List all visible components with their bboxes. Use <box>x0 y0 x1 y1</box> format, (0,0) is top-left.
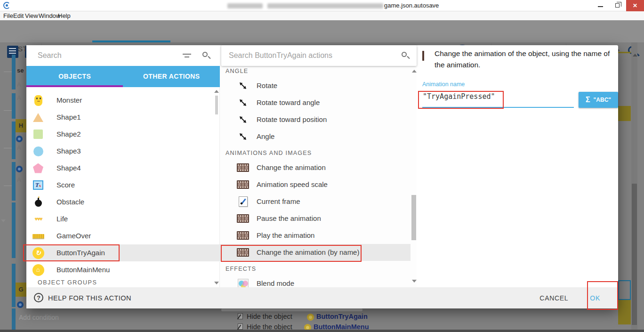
rotate-arrow-icon <box>237 97 249 109</box>
filter-icon[interactable] <box>183 54 191 55</box>
object-label: ButtonMainMenu <box>56 266 110 274</box>
action-label: Change the animation <box>257 163 326 171</box>
annotation-box-ok <box>587 281 618 310</box>
menu-help[interactable]: Help <box>58 12 71 19</box>
object-label: Life <box>56 215 68 223</box>
object-search-input[interactable] <box>38 49 174 62</box>
event-indent-bar <box>12 121 16 159</box>
action-row-current-frame[interactable]: Current frame <box>220 193 411 210</box>
actions-scrollbar-thumb[interactable] <box>411 195 416 240</box>
action-description: Change the animation of the object, usin… <box>435 48 612 71</box>
event-text-fragment: A <box>17 94 21 101</box>
action-label: Current frame <box>257 197 300 205</box>
scroll-down-icon[interactable] <box>412 280 417 283</box>
condition-icon <box>17 301 24 308</box>
object-row-monster[interactable]: Monster <box>26 92 213 109</box>
action-label: Rotate toward angle <box>257 98 320 106</box>
frame-icon <box>237 195 249 208</box>
object-label: Obstacle <box>56 198 84 206</box>
cancel-button[interactable]: CANCEL <box>539 294 568 302</box>
tree-guide <box>4 72 12 72</box>
app-window: game.json.autosave ✕ File Edit View Wind… <box>0 0 644 332</box>
scroll-up-icon[interactable] <box>412 70 417 73</box>
event-indent-bar <box>12 308 16 330</box>
action-row-rotate-toward-position[interactable]: Rotate toward position <box>220 111 411 128</box>
animation-name-label: Animation name <box>422 81 465 88</box>
object-row-shape1[interactable]: Shape1 <box>26 109 213 126</box>
object-row-shape4[interactable]: Shape4 <box>26 160 213 177</box>
tree-guide <box>4 148 12 148</box>
film-icon <box>237 178 249 191</box>
event-indent-bar <box>12 55 16 89</box>
tree-guide <box>4 110 12 111</box>
action-row-rotate-toward-angle[interactable]: Rotate toward angle <box>220 94 411 111</box>
toolbar: + <box>0 20 644 42</box>
action-row-pause-animation[interactable]: Pause the animation <box>220 210 411 227</box>
sigma-icon: Σ <box>586 96 590 104</box>
minimize-button[interactable] <box>592 0 609 11</box>
object-row-score[interactable]: Tx Score <box>26 177 213 194</box>
active-tab-underline <box>26 85 123 87</box>
tab-other-actions[interactable]: OTHER ACTIONS <box>123 66 220 87</box>
bomb-sprite-icon <box>32 196 44 208</box>
object-row-buttonmainmenu[interactable]: ⌂ ButtonMainMenu <box>26 261 213 278</box>
object-row-life[interactable]: ♥♥♥ Life <box>26 211 213 227</box>
object-label: Score <box>56 181 75 189</box>
event-row-remnant <box>221 308 362 311</box>
menu-file[interactable]: File <box>3 12 13 19</box>
object-label: Shape3 <box>56 147 81 155</box>
action-label: Rotate toward position <box>257 115 327 123</box>
annotation-box-buttontryagain <box>23 244 120 261</box>
search-icon[interactable] <box>402 52 407 57</box>
square-sprite-icon <box>32 128 44 140</box>
action-row-rotate[interactable]: Rotate <box>220 77 411 94</box>
action-row-play-animation[interactable]: Play the animation <box>220 227 411 244</box>
object-label: GameOver <box>56 232 91 240</box>
search-icon[interactable] <box>202 52 208 57</box>
object-row-shape2[interactable]: Shape2 <box>26 126 213 143</box>
menu-bar: File Edit View Window Help <box>0 11 644 20</box>
help-icon[interactable]: ? <box>34 293 43 302</box>
comment-block <box>618 300 631 324</box>
action-row-animation-speed[interactable]: Animation speed scale <box>220 176 411 193</box>
pentagon-sprite-icon <box>32 162 44 174</box>
action-label: Blend mode <box>257 279 294 287</box>
tab-objects[interactable]: OBJECTS <box>26 66 123 87</box>
close-button[interactable]: ✕ <box>626 0 644 11</box>
annotation-box-change-animation-by-name <box>221 245 362 262</box>
menu-edit[interactable]: Edit <box>13 12 24 19</box>
parameters-panel: Change the animation of the object, usin… <box>417 45 618 287</box>
action-search-input[interactable] <box>229 49 389 62</box>
events-scrollbar-thumb[interactable] <box>632 184 637 325</box>
annotation-box-animation-name <box>418 91 504 109</box>
object-label: Shape2 <box>56 130 81 138</box>
expression-editor-button[interactable]: Σ "ABC" <box>579 92 618 108</box>
action-edit-icon <box>238 313 243 319</box>
film-icon <box>237 162 249 174</box>
object-row-obstacle[interactable]: Obstacle <box>26 194 213 211</box>
scroll-up-icon[interactable] <box>633 54 637 57</box>
rotate-arrow-icon <box>237 113 249 126</box>
circle-sprite-icon <box>32 145 44 157</box>
event-action-text[interactable]: Hide the object <box>247 313 292 320</box>
objects-scrollbar-thumb[interactable] <box>215 96 218 114</box>
event-text-fragment: A <box>17 176 21 183</box>
hearts-sprite-icon: ♥♥♥ <box>32 213 44 225</box>
action-row-change-animation[interactable]: Change the animation <box>220 159 411 176</box>
event-object-name[interactable]: ButtonTryAgain <box>316 313 368 320</box>
scroll-up-icon[interactable] <box>214 90 219 93</box>
help-link[interactable]: HELP FOR THIS ACTION <box>48 294 131 302</box>
menu-view[interactable]: View <box>25 12 38 19</box>
object-row-shape3[interactable]: Shape3 <box>26 143 213 160</box>
restore-button[interactable] <box>609 0 626 11</box>
action-edit-icon <box>238 324 243 330</box>
object-row-gameover[interactable]: GameOver <box>26 227 213 244</box>
event-text-fragment: A <box>17 81 21 88</box>
scroll-down-icon[interactable] <box>214 282 219 284</box>
action-row-angle[interactable]: Angle <box>220 128 411 145</box>
event-text-fragment: se <box>17 67 24 74</box>
menu-window[interactable]: Window <box>39 12 60 19</box>
comment-block: G <box>16 283 26 297</box>
add-condition-link[interactable]: Add condition <box>19 314 59 321</box>
action-label: Play the animation <box>257 231 314 239</box>
